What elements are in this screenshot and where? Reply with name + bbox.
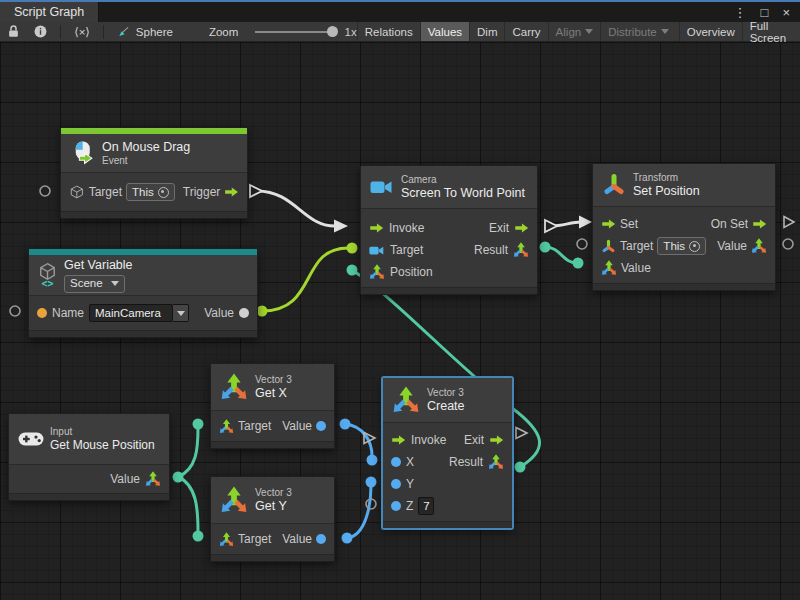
node-vector3-create[interactable]: Vector 3 Create Invoke Exit X Result	[382, 377, 513, 529]
graph-toolbar: ⟨×⟩ Sphere Zoom 1x Relations Values Dim …	[0, 22, 800, 42]
code-icon: ⟨×⟩	[74, 25, 90, 39]
port-mouse-position-value[interactable]	[173, 472, 184, 483]
graph-canvas[interactable]: On Mouse Drag Event Target This Trigger	[0, 42, 800, 600]
vector3-port-icon	[369, 264, 385, 280]
lock-button[interactable]	[0, 22, 27, 41]
wire-mouse-to-gety[interactable]	[178, 477, 198, 532]
wire-gety-to-create-y[interactable]	[347, 486, 371, 538]
this-target-chip[interactable]: This	[657, 237, 706, 255]
port-gety-target[interactable]	[193, 531, 204, 542]
values-toggle[interactable]: Values	[420, 22, 469, 41]
object-picker-icon[interactable]	[158, 187, 169, 198]
node-footer	[383, 521, 512, 528]
z-value-field[interactable]: 7	[418, 497, 434, 515]
node-set-position[interactable]: Transform Set Position Set On Set Target…	[592, 163, 776, 291]
node-subtitle: Event	[102, 155, 190, 167]
node-footer	[9, 493, 169, 500]
flow-in-port-invoke[interactable]	[334, 220, 348, 233]
get-variable-icon: <>	[38, 262, 57, 289]
string-port-icon[interactable]	[37, 308, 47, 318]
chevron-down-icon	[661, 29, 669, 34]
port-on-set-out[interactable]	[784, 217, 794, 228]
wire-variable-to-target[interactable]	[262, 248, 348, 311]
flow-arrow-icon	[752, 219, 767, 229]
port-camera-result[interactable]	[540, 242, 551, 253]
dim-toggle[interactable]: Dim	[469, 22, 504, 41]
port-camera-target[interactable]	[347, 243, 358, 254]
wire-mouse-to-getx[interactable]	[178, 428, 198, 477]
port-mouse-drag-target[interactable]	[40, 186, 50, 196]
code-preview-button[interactable]: ⟨×⟩	[67, 22, 97, 41]
zoom-label: Zoom	[202, 22, 245, 41]
port-getx-value[interactable]	[340, 419, 351, 430]
flow-arrow-icon	[514, 223, 529, 233]
overview-button[interactable]: Overview	[679, 22, 742, 41]
port-label-y: Y	[406, 477, 414, 491]
port-set-position-target[interactable]	[577, 239, 587, 249]
port-label-result: Result	[449, 455, 483, 469]
port-label-value: Value	[717, 239, 747, 253]
node-get-mouse-position[interactable]: Input Get Mouse Position Value	[8, 413, 170, 501]
port-get-variable-in[interactable]	[10, 306, 20, 316]
port-camera-position[interactable]	[347, 265, 358, 276]
port-label-x: X	[406, 455, 414, 469]
maximize-icon[interactable]: □	[761, 6, 769, 19]
float-port-icon[interactable]	[391, 501, 401, 511]
chevron-down-icon	[177, 311, 185, 316]
node-get-y[interactable]: Vector 3 Get Y Target Value	[210, 476, 335, 562]
float-port-icon[interactable]	[391, 457, 401, 467]
flow-out-port-trigger[interactable]	[250, 185, 262, 197]
float-port-icon[interactable]	[316, 421, 326, 431]
tab-bar: Script Graph ⋮ □ ×	[0, 2, 800, 22]
port-label-position: Position	[390, 265, 433, 279]
carry-toggle[interactable]: Carry	[504, 22, 547, 41]
flow-out-port-exit[interactable]	[545, 220, 557, 232]
node-on-mouse-drag[interactable]: On Mouse Drag Event Target This Trigger	[60, 127, 248, 219]
variable-name-dropdown[interactable]	[173, 304, 189, 322]
vector3-port-icon	[601, 260, 617, 276]
wire-trigger-to-invoke[interactable]	[257, 191, 335, 226]
variable-scope-dropdown[interactable]: Scene	[64, 275, 125, 293]
float-port-icon[interactable]	[391, 479, 401, 489]
port-label-target: Target	[390, 243, 423, 257]
breadcrumb[interactable]: Sphere	[110, 22, 180, 41]
full-screen-button[interactable]: Full Screen	[742, 22, 800, 41]
node-title: Create	[427, 399, 465, 414]
this-target-chip[interactable]: This	[126, 183, 175, 201]
close-icon[interactable]: ×	[782, 6, 790, 19]
node-get-variable[interactable]: <> Get Variable Scene Name MainCamera	[28, 248, 258, 338]
node-title: Get Mouse Position	[50, 438, 155, 452]
node-category: Vector 3	[427, 387, 465, 399]
node-category: Vector 3	[255, 374, 292, 386]
port-set-position-value-out[interactable]	[783, 239, 793, 249]
object-picker-icon[interactable]	[689, 241, 700, 252]
port-create-result[interactable]	[515, 462, 526, 473]
node-get-x[interactable]: Vector 3 Get X Target Value	[210, 363, 335, 449]
node-footer	[61, 211, 247, 218]
port-get-variable-value[interactable]	[257, 306, 268, 317]
node-title: Get Y	[255, 499, 292, 514]
port-create-y[interactable]	[366, 477, 377, 488]
node-title: Get Variable	[64, 258, 133, 273]
port-gety-value[interactable]	[342, 533, 353, 544]
node-screen-to-world-point[interactable]: Camera Screen To World Point Invoke Exit…	[360, 165, 538, 295]
tab-script-graph[interactable]: Script Graph	[0, 2, 99, 22]
variable-name-field[interactable]: MainCamera	[89, 304, 173, 322]
menu-icon[interactable]: ⋮	[734, 6, 747, 19]
zoom-slider[interactable]	[255, 31, 336, 33]
port-set-position-value-in[interactable]	[573, 258, 584, 269]
transform-icon	[602, 173, 626, 197]
vector3-port-icon	[488, 454, 504, 470]
port-create-x[interactable]	[367, 455, 378, 466]
relations-toggle[interactable]: Relations	[357, 22, 420, 41]
port-create-exit[interactable]	[516, 428, 527, 439]
node-category: Input	[50, 426, 155, 438]
info-button[interactable]	[27, 22, 54, 41]
port-getx-target[interactable]	[193, 419, 204, 430]
port-label-result: Result	[474, 243, 508, 257]
value-port-icon[interactable]	[239, 308, 249, 318]
zoom-slider-handle[interactable]	[327, 26, 338, 37]
float-port-icon[interactable]	[316, 534, 326, 544]
flow-in-port-set[interactable]	[579, 216, 592, 229]
wire-getx-to-create-x[interactable]	[345, 424, 372, 456]
